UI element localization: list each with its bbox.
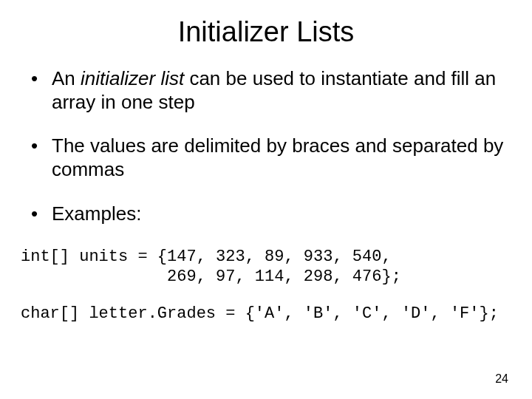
code-line-2: 269, 97, 114, 298, 476}; — [21, 267, 401, 286]
slide-title: Initializer Lists — [21, 16, 511, 48]
bullet-item-3: Examples: — [30, 202, 511, 226]
bullet-1-text-pre: An — [52, 67, 81, 89]
code-line-1: int[] units = {147, 323, 89, 933, 540, — [21, 248, 392, 266]
code-example-lettergrades: char[] letter.Grades = {'A', 'B', 'C', '… — [21, 304, 511, 324]
page-number: 24 — [495, 372, 508, 386]
slide: Initializer Lists An initializer list ca… — [0, 0, 532, 399]
bullet-2-text: The values are delimited by braces and s… — [52, 134, 503, 180]
bullet-item-1: An initializer list can be used to insta… — [30, 67, 511, 114]
bullet-item-2: The values are delimited by braces and s… — [30, 134, 511, 181]
bullet-1-italic: initializer list — [81, 67, 184, 89]
bullet-list: An initializer list can be used to insta… — [30, 67, 511, 226]
bullet-3-text: Examples: — [52, 202, 141, 225]
code-line-3: char[] letter.Grades = {'A', 'B', 'C', '… — [21, 304, 499, 323]
code-example-units: int[] units = {147, 323, 89, 933, 540, 2… — [21, 247, 511, 287]
